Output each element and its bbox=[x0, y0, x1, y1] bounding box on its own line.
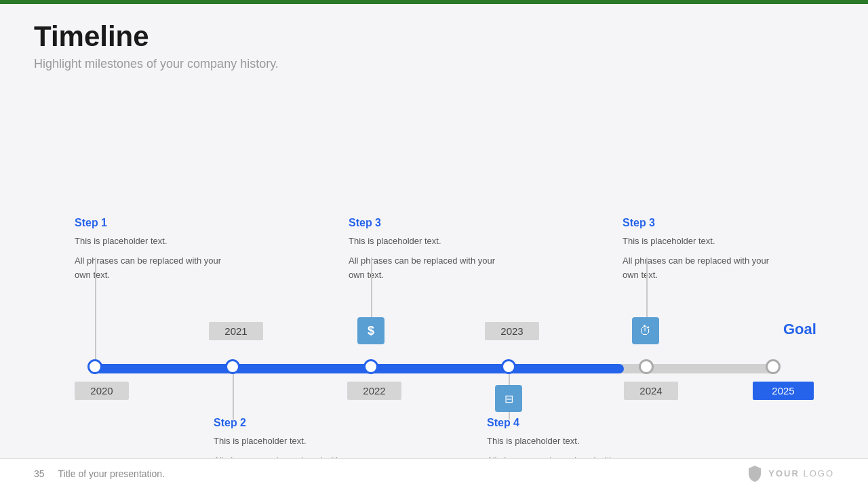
step-1-title: Step 1 bbox=[75, 217, 237, 229]
page-title: Timeline bbox=[34, 20, 834, 53]
step-3a-title: Step 3 bbox=[349, 217, 511, 229]
dollar-icon-box: $ bbox=[357, 317, 384, 344]
step-4-title: Step 4 bbox=[487, 417, 650, 429]
footer: 35 Title of your presentation. YOUR LOGO bbox=[0, 458, 868, 488]
dot-2 bbox=[225, 359, 240, 374]
step-2-placeholder: This is placeholder text. bbox=[214, 434, 376, 449]
page-subtitle: Highlight milestones of your company his… bbox=[34, 57, 834, 71]
footer-presentation-title: Title of your presentation. bbox=[58, 468, 165, 479]
monitor-icon: ⊟ bbox=[505, 392, 513, 405]
vline-step2 bbox=[233, 369, 234, 420]
vline-step3b bbox=[646, 258, 648, 319]
dot-5 bbox=[639, 359, 654, 374]
step-2-title: Step 2 bbox=[214, 417, 376, 429]
timeline-bar-progress bbox=[95, 364, 624, 373]
step-1-placeholder: This is placeholder text. bbox=[75, 235, 237, 249]
step-1-description: All phrases can be replaced with your ow… bbox=[75, 254, 237, 283]
step-3a-description: All phrases can be replaced with your ow… bbox=[349, 254, 511, 283]
logo-icon bbox=[747, 464, 763, 483]
clock-icon-box: ⏱ bbox=[632, 317, 659, 344]
year-2021-label: 2021 bbox=[209, 322, 263, 340]
year-2024-label: 2024 bbox=[624, 382, 678, 400]
step-3a-card: Step 3 This is placeholder text. All phr… bbox=[349, 217, 511, 282]
monitor-icon-box: ⊟ bbox=[495, 385, 522, 412]
dot-1 bbox=[87, 359, 102, 374]
year-2025-label: 2025 bbox=[753, 382, 814, 400]
vline-step1 bbox=[95, 258, 96, 363]
year-2022-label: 2022 bbox=[347, 382, 401, 400]
goal-label: Goal bbox=[783, 321, 816, 338]
step-3a-placeholder: This is placeholder text. bbox=[349, 235, 511, 249]
dot-4 bbox=[501, 359, 516, 374]
step-3b-placeholder: This is placeholder text. bbox=[623, 235, 785, 249]
step-4-placeholder: This is placeholder text. bbox=[487, 434, 650, 449]
vline-step3a bbox=[371, 258, 372, 319]
step-3b-title: Step 3 bbox=[623, 217, 785, 229]
dot-6 bbox=[766, 359, 781, 374]
dot-3 bbox=[363, 359, 378, 374]
footer-logo: YOUR LOGO bbox=[747, 464, 834, 483]
footer-logo-text: YOUR LOGO bbox=[768, 468, 834, 479]
timeline-bar bbox=[95, 364, 773, 373]
dollar-icon: $ bbox=[368, 324, 374, 338]
year-2020-label: 2020 bbox=[75, 382, 129, 400]
footer-page-number: 35 bbox=[34, 468, 45, 479]
slide-content: Timeline Highlight milestones of your co… bbox=[0, 0, 868, 112]
step-1-card: Step 1 This is placeholder text. All phr… bbox=[75, 217, 237, 282]
clock-icon: ⏱ bbox=[639, 324, 652, 338]
year-2023-label: 2023 bbox=[485, 322, 539, 340]
